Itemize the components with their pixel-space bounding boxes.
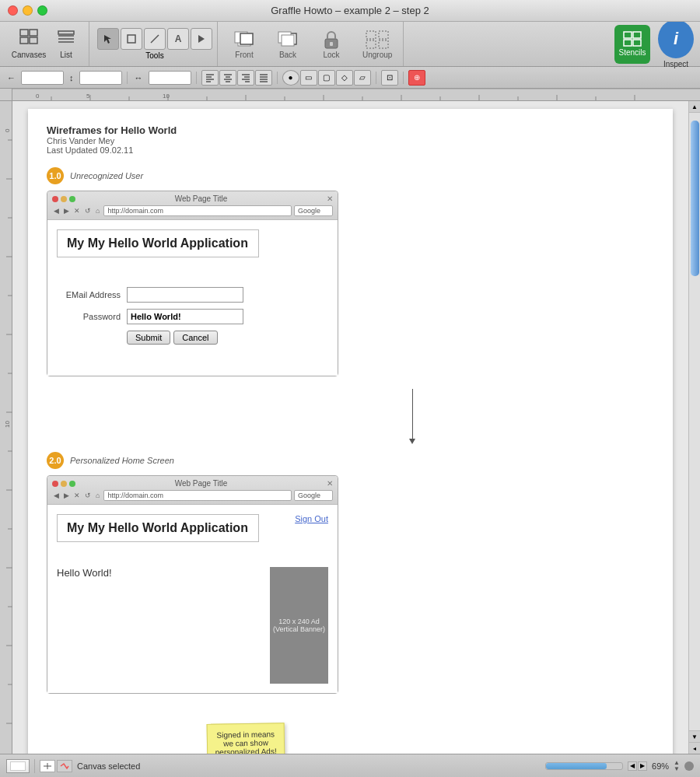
h-scroll-right[interactable]: ▶ bbox=[638, 761, 647, 771]
status-text: Canvas selected bbox=[77, 761, 541, 771]
login-form: EMail Address Password Submit Cancel bbox=[57, 287, 328, 345]
mark-btn-2[interactable] bbox=[57, 760, 72, 772]
h-scroll-left[interactable]: ◀ bbox=[628, 761, 637, 771]
browser-back-1[interactable]: ◀ bbox=[52, 207, 61, 215]
browser-dot-yellow-2 bbox=[61, 481, 67, 487]
image-fill-btn[interactable]: ⊡ bbox=[381, 70, 398, 86]
text-tool[interactable]: A bbox=[167, 28, 189, 50]
format-w-input[interactable] bbox=[149, 71, 191, 85]
inspect-button[interactable]: i bbox=[658, 19, 694, 58]
mark-btn-1[interactable] bbox=[40, 760, 55, 772]
browser-title-1: Web Page Title bbox=[175, 194, 228, 203]
browser-mockup-2: Web Page Title ✕ ◀ ▶ ✕ ↺ ⌂ bbox=[47, 475, 338, 694]
browser-url-input-2[interactable] bbox=[103, 490, 292, 501]
magnet-btn[interactable]: ⊕ bbox=[408, 70, 425, 86]
browser-body-2: My My Hello World Application Sign Out H… bbox=[47, 505, 338, 693]
submit-button[interactable]: Submit bbox=[127, 331, 170, 345]
browser-stop-1[interactable]: ✕ bbox=[72, 207, 82, 215]
svg-rect-24 bbox=[633, 32, 641, 38]
front-label: Front bbox=[235, 51, 253, 59]
browser-url-input-1[interactable] bbox=[103, 205, 292, 216]
format-arrow-left: ← bbox=[5, 73, 18, 82]
step1-label: 1.0 Unrecognized User bbox=[47, 167, 654, 184]
browser-search-input-1[interactable] bbox=[294, 205, 333, 216]
minimize-button[interactable] bbox=[23, 5, 33, 16]
horizontal-scrollbar[interactable] bbox=[545, 762, 623, 770]
step1-badge: 1.0 bbox=[47, 167, 64, 184]
browser-nav-btns-2: ◀ ▶ ✕ ↺ ⌂ bbox=[52, 492, 101, 499]
svg-rect-16 bbox=[282, 35, 294, 46]
doc-header: Wireframes for Hello World Chris Vander … bbox=[47, 124, 654, 155]
back-label: Back bbox=[279, 51, 296, 59]
list-button[interactable]: List bbox=[48, 25, 84, 64]
back-button[interactable]: Back bbox=[269, 27, 306, 61]
front-button[interactable]: Front bbox=[226, 27, 263, 61]
scroll-up-btn[interactable]: ▲ bbox=[689, 101, 700, 113]
rect-shape-btn[interactable]: ▭ bbox=[300, 70, 317, 86]
close-button[interactable] bbox=[8, 5, 18, 16]
window-controls[interactable] bbox=[8, 5, 47, 16]
scrollbar-right[interactable]: ▲ ▼ ◂ bbox=[688, 101, 700, 754]
password-input[interactable] bbox=[127, 309, 243, 324]
format-x-input[interactable] bbox=[21, 71, 64, 85]
justify-btn[interactable] bbox=[255, 70, 272, 86]
email-input[interactable] bbox=[127, 287, 243, 303]
stencils-button[interactable]: Stencils bbox=[614, 25, 650, 64]
svg-rect-2 bbox=[20, 37, 28, 44]
line-tool[interactable] bbox=[144, 28, 166, 50]
cancel-button[interactable]: Cancel bbox=[173, 331, 217, 345]
scroll-resize-btn[interactable]: ◂ bbox=[689, 742, 700, 754]
browser-refresh-2[interactable]: ↺ bbox=[83, 492, 93, 499]
arrange-group: Front Back Lock bbox=[221, 22, 404, 66]
browser-fwd-2[interactable]: ▶ bbox=[62, 492, 71, 499]
parallelogram-btn[interactable]: ▱ bbox=[354, 70, 371, 86]
browser-home-2[interactable]: ⌂ bbox=[94, 492, 101, 499]
zoom-down[interactable]: ▼ bbox=[674, 766, 680, 772]
canvas-scroll-area[interactable]: Wireframes for Hello World Chris Vander … bbox=[12, 101, 688, 754]
browser-close-1[interactable]: ✕ bbox=[327, 194, 333, 203]
browser-fwd-1[interactable]: ▶ bbox=[62, 207, 71, 215]
browser-back-2[interactable]: ◀ bbox=[52, 492, 61, 499]
browser-stop-2[interactable]: ✕ bbox=[72, 492, 82, 499]
main-area: 0 5 10 bbox=[0, 89, 700, 754]
format-y-input[interactable] bbox=[79, 71, 122, 85]
browser-title-bar-1: Web Page Title ✕ bbox=[52, 194, 333, 203]
browser-nav-btns-1: ◀ ▶ ✕ ↺ ⌂ bbox=[52, 207, 101, 215]
browser-search-input-2[interactable] bbox=[294, 490, 333, 501]
format-down-arrow: ↕ bbox=[67, 73, 76, 82]
browser-home-1[interactable]: ⌂ bbox=[94, 207, 101, 215]
align-left-btn[interactable] bbox=[201, 70, 219, 86]
svg-marker-10 bbox=[198, 35, 205, 43]
lock-button[interactable]: Lock bbox=[313, 27, 350, 61]
svg-rect-8 bbox=[128, 35, 135, 43]
browser-refresh-1[interactable]: ↺ bbox=[83, 207, 93, 215]
arrow-tool[interactable] bbox=[97, 28, 119, 50]
inspect-label: Inspect bbox=[663, 60, 688, 68]
svg-rect-3 bbox=[30, 37, 37, 44]
maximize-button[interactable] bbox=[37, 5, 47, 16]
browser-nav-1: ◀ ▶ ✕ ↺ ⌂ bbox=[52, 205, 333, 216]
play-tool[interactable] bbox=[191, 28, 212, 50]
rect-tool[interactable] bbox=[121, 28, 142, 50]
browser-close-2[interactable]: ✕ bbox=[327, 479, 333, 488]
browser-mockup-1: Web Page Title ✕ ◀ ▶ ✕ ↺ ⌂ bbox=[47, 191, 338, 376]
title-bar: Graffle Howto – example 2 – step 2 bbox=[0, 0, 700, 22]
ungroup-button[interactable]: Ungroup bbox=[356, 27, 398, 61]
list-icon bbox=[58, 29, 75, 49]
align-right-btn[interactable] bbox=[237, 70, 254, 86]
canvases-button[interactable]: Canvases bbox=[11, 25, 47, 64]
align-center-btn[interactable] bbox=[219, 70, 236, 86]
scroll-down-btn[interactable]: ▼ bbox=[689, 730, 700, 742]
toolbar: Canvases List bbox=[0, 22, 700, 67]
diamond-btn[interactable]: ◇ bbox=[336, 70, 353, 86]
round-rect-btn[interactable]: ▢ bbox=[318, 70, 335, 86]
step2-badge: 2.0 bbox=[47, 452, 64, 469]
front-icon bbox=[232, 29, 257, 51]
svg-rect-25 bbox=[624, 40, 632, 46]
svg-rect-26 bbox=[633, 40, 641, 46]
scroll-track bbox=[689, 113, 700, 730]
browser-dot-red-2 bbox=[52, 481, 58, 487]
oval-shape-btn[interactable]: ● bbox=[282, 70, 299, 86]
scroll-thumb[interactable] bbox=[691, 121, 699, 276]
sign-out-link[interactable]: Sign Out bbox=[295, 514, 328, 523]
